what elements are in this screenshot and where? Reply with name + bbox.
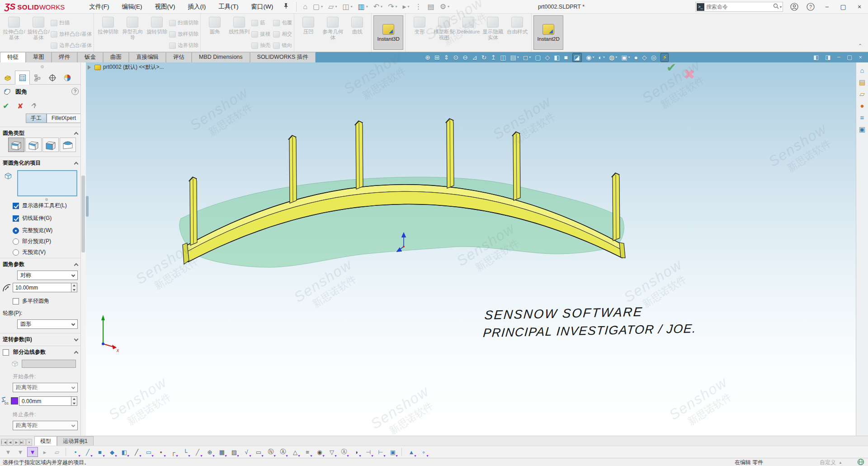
sep1[interactable] xyxy=(66,448,68,456)
fillet-type-section-header[interactable]: 圆角类型 xyxy=(3,129,78,137)
listbox-resize-handle[interactable] xyxy=(45,198,48,201)
filter-origin-icon[interactable]: ⊕ ▼ xyxy=(204,447,215,457)
select-arrow-icon[interactable]: ▸ xyxy=(39,447,50,457)
dropdown-arrow-icon[interactable]: ▾ xyxy=(615,55,617,59)
filter-vertex-icon[interactable]: • ▼ xyxy=(70,447,81,457)
tab-features[interactable]: 特征 xyxy=(0,52,26,62)
menu-tools[interactable]: 工具(T) xyxy=(212,0,245,13)
ambient-occlusion-icon[interactable]: ●▾ xyxy=(634,54,637,61)
constant-radius-fillet-button[interactable] xyxy=(8,138,24,152)
pin-toolbar-icon[interactable] xyxy=(283,3,289,11)
magnifier-icon[interactable]: ⊙▾ xyxy=(453,54,458,61)
flex-button[interactable]: 变形 xyxy=(407,15,432,41)
filter-face-icon[interactable]: ■ ▼ xyxy=(94,447,105,457)
fillet-button[interactable]: 圆角 xyxy=(203,15,227,35)
no-preview-option[interactable]: 无预览(V) xyxy=(13,248,46,256)
tab-direct-editing[interactable]: 直接编辑 xyxy=(129,52,166,62)
plane-view-icon[interactable]: ◫▾ xyxy=(500,54,506,61)
filter-point-icon[interactable]: ▪ ▼ xyxy=(156,447,166,457)
partial-preview-option[interactable]: 部分预览(P) xyxy=(13,238,51,245)
curves-button[interactable]: 曲线 xyxy=(345,15,369,41)
breadcrumb[interactable]: prt0002 (默认) <<默认>... xyxy=(88,63,164,71)
filter-axis-icon[interactable]: ╱ ▼ xyxy=(131,447,142,457)
cancel-button[interactable]: ✘ xyxy=(17,102,23,110)
filter-datum-icon[interactable]: ▭ ▼ xyxy=(253,447,264,457)
boundary-boss-button[interactable]: 边界凸台/基体 xyxy=(51,40,92,51)
shaded-icon[interactable]: ■▾ xyxy=(564,54,568,61)
dropdown-arrow-icon[interactable]: ▾ xyxy=(448,0,449,13)
tab-sketch[interactable]: 草图 xyxy=(26,52,52,62)
last-tab-button[interactable]: ▶▏ xyxy=(20,439,26,446)
extrude-cut-button[interactable]: 拉伸切除 xyxy=(96,15,120,41)
loft-button[interactable]: 放样凸台/基体 xyxy=(51,29,92,40)
confirm-ok-icon[interactable]: ✔ xyxy=(666,62,676,75)
sweep-button[interactable]: 扫描 xyxy=(51,17,92,29)
zoom-inout-icon[interactable]: ⇕▾ xyxy=(444,54,449,61)
configuration-manager-tab[interactable] xyxy=(30,71,45,85)
end-condition-dropdown[interactable]: 距离等距 xyxy=(13,421,78,430)
help-icon[interactable]: ? xyxy=(804,0,817,14)
view-orientation-icon[interactable]: ▤▾ xyxy=(510,54,519,61)
filter-screen-icon[interactable]: ▣ ▼ xyxy=(387,447,398,457)
print-icon[interactable]: ▥▾ xyxy=(358,0,368,13)
filter-pin-icon[interactable]: ▽ ▼ xyxy=(326,447,337,457)
zoom-out-icon[interactable]: ⊖▾ xyxy=(462,54,468,61)
propertymanager-tab[interactable] xyxy=(15,71,30,85)
filter-plug-right-icon[interactable]: ⊢ ▼ xyxy=(375,447,386,457)
checkbox-checked-icon[interactable] xyxy=(13,215,19,222)
current-display-icon[interactable]: ◪▾ xyxy=(572,53,582,62)
filter-dot-icon[interactable]: ∘ ▼ xyxy=(418,447,429,457)
rib-button[interactable]: 筋 xyxy=(251,17,270,29)
show-selection-toolbar-option[interactable]: 显示选择工具栏(L) xyxy=(13,202,67,209)
shaded-edges-icon[interactable]: ◧▾ xyxy=(554,54,560,61)
command-search[interactable]: >_ ▾ xyxy=(695,2,783,12)
options-icon[interactable]: ⚙▾ xyxy=(440,0,449,13)
scene-icon[interactable]: ◍▾ xyxy=(609,54,617,61)
ribbon-collapse-icon[interactable]: ⌃ xyxy=(858,43,862,49)
customize-status[interactable]: 自定义▲ xyxy=(820,459,842,466)
wrap-button[interactable]: 包覆 xyxy=(273,17,292,29)
indent-button[interactable]: 压凹 xyxy=(296,15,321,41)
dropdown-arrow-icon[interactable]: ▾ xyxy=(351,0,353,13)
help-icon[interactable]: ? xyxy=(71,88,79,95)
items-to-fillet-section-header[interactable]: 要圆角化的项目 xyxy=(3,159,78,167)
radius-spinner[interactable] xyxy=(71,283,77,292)
revolve-boss-button[interactable]: 旋转凸台/基体 xyxy=(26,15,51,41)
radio-selected-icon[interactable] xyxy=(13,228,19,234)
draft-button[interactable]: 拔模 xyxy=(251,29,270,40)
motion-study-tab[interactable]: 运动算例1 xyxy=(57,436,94,446)
account-icon[interactable] xyxy=(788,0,801,14)
select-icon[interactable]: ▸▾ xyxy=(403,0,410,13)
tab-sheet-metal[interactable]: 钣金 xyxy=(77,52,103,62)
rotate-view-icon[interactable]: ↻▾ xyxy=(481,54,487,61)
pane-right-icon[interactable]: ◨ xyxy=(825,54,830,61)
checkbox-icon[interactable] xyxy=(13,298,19,304)
select-other-icon[interactable]: ▱ xyxy=(52,447,62,457)
custom-properties-icon[interactable]: ≡ xyxy=(860,114,864,122)
partial-edge-parameters-section-header[interactable]: 部分边线参数 xyxy=(3,348,78,356)
zoom-area-icon[interactable]: ⊞▾ xyxy=(434,54,440,61)
displaymanager-tab[interactable] xyxy=(60,71,75,85)
tab-mbd-dimensions[interactable]: MBD Dimensions xyxy=(192,52,250,62)
dropdown-arrow-icon[interactable]: ▾ xyxy=(603,55,605,59)
extrude-boss-button[interactable]: 拉伸凸台/基体 xyxy=(2,15,26,41)
menu-edit[interactable]: 编辑(E) xyxy=(116,0,149,13)
offset-spinner[interactable] xyxy=(71,396,77,406)
filter-toggle-icon[interactable]: ▼ xyxy=(27,447,38,457)
realview-icon[interactable]: ⚡▾ xyxy=(660,53,669,62)
taskpane-home-icon[interactable]: ⌂ xyxy=(860,67,864,75)
hide-show-items-icon[interactable]: ◉▾ xyxy=(586,54,594,61)
dropdown-arrow-icon[interactable]: ▾ xyxy=(517,55,519,59)
checkbox-checked-icon[interactable] xyxy=(13,203,19,209)
profile-dropdown[interactable]: 圆形 xyxy=(17,319,78,329)
filter-annotation-icon[interactable]: Ⓐ ▼ xyxy=(339,447,349,457)
file-explorer-icon[interactable]: ▱ xyxy=(859,90,865,98)
dropdown-arrow-icon[interactable]: ▾ xyxy=(592,55,594,59)
flyout-tree-arrow-icon[interactable] xyxy=(88,65,91,70)
doc-restore-button[interactable]: ▢ xyxy=(847,54,852,61)
search-icon[interactable] xyxy=(773,3,779,10)
next-tab-button[interactable]: ▶ xyxy=(14,439,19,446)
filter-funnel-icon[interactable]: ▼ xyxy=(3,447,14,457)
appearances-icon[interactable]: ● xyxy=(860,102,864,110)
filter-solid-icon[interactable]: ◧ ▼ xyxy=(119,447,130,457)
